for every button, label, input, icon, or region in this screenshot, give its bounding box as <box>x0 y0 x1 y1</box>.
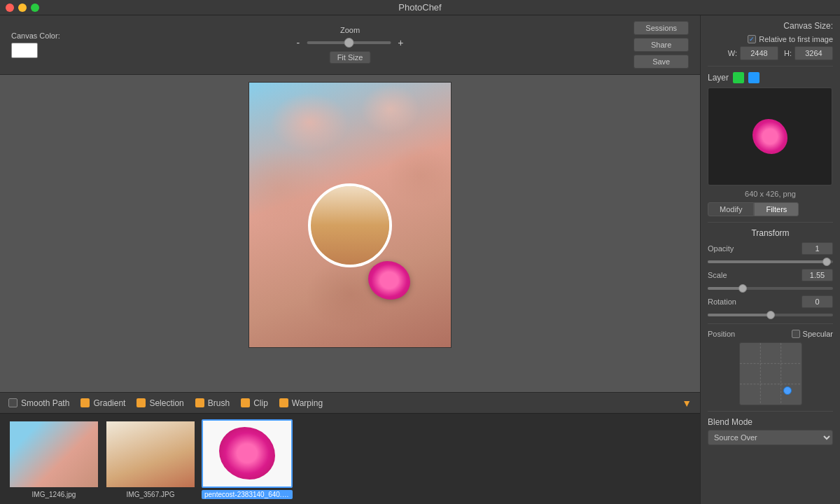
scale-slider-thumb[interactable] <box>738 284 747 293</box>
app-title: PhotoChef <box>398 2 441 13</box>
film-name-2: IMG_3567.JPG <box>127 491 175 498</box>
layer-color-green[interactable] <box>733 72 744 83</box>
top-toolbar: Canvas Color: Zoom - + Fit Size Sessions… <box>0 15 700 75</box>
canvas-size-section: Canvas Size: ✓ Relative to first image W… <box>708 21 833 60</box>
canvas-size-label: Canvas Size: <box>708 21 833 31</box>
canvas-color-section: Canvas Color: <box>11 31 60 58</box>
film-thumb-3[interactable] <box>202 419 293 488</box>
rotation-slider-thumb[interactable] <box>766 311 775 319</box>
relative-first-row: ✓ Relative to first image <box>708 35 833 43</box>
traffic-lights[interactable] <box>6 4 39 12</box>
film-name-1: IMG_1246.jpg <box>32 491 76 498</box>
save-button[interactable]: Save <box>634 55 689 69</box>
selection-icon <box>136 398 146 407</box>
list-item[interactable]: pentecost-2383140_640.png <box>202 419 293 499</box>
scale-input[interactable] <box>802 269 833 281</box>
fit-size-button[interactable]: Fit Size <box>330 51 371 64</box>
filmstrip: IMG_1246.jpg IMG_3567.JPG pentecost-2383… <box>0 413 700 504</box>
warping-label: Warping <box>292 398 323 408</box>
selection-tool[interactable]: Selection <box>136 398 183 408</box>
rotation-row: Rotation <box>708 295 833 308</box>
thumb-pink-flower <box>219 427 275 479</box>
divider-1 <box>708 66 833 66</box>
scale-slider[interactable] <box>708 287 833 290</box>
zoom-controls: - + <box>294 37 407 48</box>
blend-select[interactable]: Source Over <box>708 430 833 445</box>
smooth-path-checkbox[interactable] <box>8 398 18 407</box>
clip-icon <box>241 398 250 407</box>
portrait-circle <box>308 183 392 267</box>
share-button[interactable]: Share <box>634 38 689 52</box>
smooth-path-section: Smooth Path <box>8 398 69 408</box>
gradient-icon <box>80 398 90 407</box>
relative-first-checkbox[interactable]: ✓ <box>748 35 756 43</box>
warping-icon <box>279 398 288 407</box>
maximize-button[interactable] <box>31 4 39 12</box>
width-input[interactable] <box>740 46 778 60</box>
main-area: Canvas Color: Zoom - + Fit Size Sessions… <box>0 15 700 504</box>
pink-flower-inner <box>368 261 410 300</box>
gradient-tool[interactable]: Gradient <box>80 398 125 408</box>
rotation-slider-fill <box>708 314 771 316</box>
brush-tool[interactable]: Brush <box>195 398 230 408</box>
position-label: Position <box>708 330 735 338</box>
transform-section: Transform Opacity Scale Rotation <box>708 228 833 318</box>
film-thumb-2[interactable] <box>105 420 196 489</box>
canvas-size-header: Canvas Size: <box>708 21 833 31</box>
zoom-slider[interactable] <box>307 41 391 44</box>
layer-header: Layer <box>708 72 833 83</box>
position-grid-lines <box>740 343 802 405</box>
film-thumb-1[interactable] <box>8 420 99 489</box>
scale-row: Scale <box>708 269 833 281</box>
opacity-slider-fill <box>708 260 827 263</box>
rotation-slider[interactable] <box>708 314 833 316</box>
layer-preview <box>708 88 832 186</box>
position-grid[interactable] <box>739 342 802 405</box>
specular-checkbox[interactable] <box>792 330 800 338</box>
blend-section: Blend Mode Source Over <box>708 417 833 445</box>
clip-tool[interactable]: Clip <box>241 398 268 408</box>
height-input[interactable] <box>794 46 833 60</box>
scale-slider-fill <box>708 287 743 290</box>
filters-tab[interactable]: Filters <box>754 202 799 216</box>
zoom-slider-thumb[interactable] <box>344 38 354 48</box>
opacity-row: Opacity <box>708 242 833 255</box>
pink-flower-canvas <box>368 261 410 300</box>
sessions-button[interactable]: Sessions <box>634 21 689 35</box>
list-item[interactable]: IMG_1246.jpg <box>8 420 99 498</box>
gradient-label: Gradient <box>93 398 125 408</box>
opacity-slider[interactable] <box>708 260 833 263</box>
zoom-section: Zoom - + Fit Size <box>294 26 407 64</box>
opacity-input[interactable] <box>802 242 833 255</box>
position-section: Position Specular <box>708 330 833 405</box>
height-field: H: <box>784 46 833 60</box>
modify-tab[interactable]: Modify <box>708 202 754 216</box>
canvas-color-label: Canvas Color: <box>11 31 60 40</box>
minimize-button[interactable] <box>18 4 27 12</box>
close-button[interactable] <box>6 4 14 12</box>
layer-info: 640 x 426, png <box>708 190 833 198</box>
list-item[interactable]: IMG_3567.JPG <box>105 420 196 498</box>
divider-4 <box>708 411 833 412</box>
specular-section: Specular <box>792 330 833 338</box>
modify-filters-tabs: Modify Filters <box>708 202 833 216</box>
warping-tool[interactable]: Warping <box>279 398 323 408</box>
toolbar-expand-arrow[interactable]: ▼ <box>682 398 692 409</box>
canvas-color-swatch[interactable] <box>11 43 38 58</box>
transform-title: Transform <box>708 228 833 238</box>
width-field: W: <box>728 46 778 60</box>
canvas-image <box>248 82 451 348</box>
canvas-area <box>0 75 700 392</box>
zoom-minus-button[interactable]: - <box>294 37 303 48</box>
h-label: H: <box>784 49 792 57</box>
film-name-3: pentecost-2383140_640.png <box>202 490 293 499</box>
zoom-plus-button[interactable]: + <box>395 37 406 48</box>
position-dot[interactable] <box>783 386 792 395</box>
layer-label: Layer <box>708 73 729 83</box>
titlebar: PhotoChef <box>0 0 840 15</box>
w-label: W: <box>728 49 737 57</box>
opacity-slider-thumb[interactable] <box>822 258 831 266</box>
layer-color-blue[interactable] <box>748 72 760 83</box>
rotation-input[interactable] <box>802 295 833 308</box>
position-header: Position Specular <box>708 330 833 338</box>
